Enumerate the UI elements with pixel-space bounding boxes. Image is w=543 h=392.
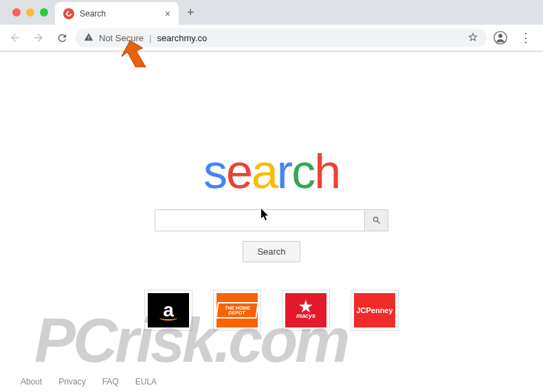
url-field[interactable]: Not Secure | searchmy.co <box>76 28 487 47</box>
tab-close-icon[interactable]: × <box>165 8 170 19</box>
nav-reload-button[interactable] <box>52 28 71 47</box>
footer-privacy[interactable]: Privacy <box>58 377 85 387</box>
url-separator: | <box>149 33 151 43</box>
profile-button[interactable] <box>491 28 510 47</box>
new-tab-button[interactable]: + <box>179 5 203 20</box>
jcpenney-logo: JCPenney <box>354 293 395 327</box>
search-icon-button[interactable] <box>364 210 388 231</box>
svg-point-1 <box>498 34 502 38</box>
tab-favicon-icon <box>63 8 74 19</box>
arrow-left-icon <box>9 32 21 44</box>
logo-letter: c <box>291 145 314 198</box>
url-text: searchmy.co <box>157 33 207 43</box>
search-button[interactable]: Search <box>243 241 300 262</box>
search-row <box>155 209 388 231</box>
footer-eula[interactable]: EULA <box>135 377 157 387</box>
bookmark-star-icon[interactable] <box>467 32 478 45</box>
search-input[interactable] <box>155 210 364 231</box>
tile-macys[interactable]: ★ macys <box>282 290 330 331</box>
tab-title: Search <box>80 9 106 19</box>
footer-about[interactable]: About <box>21 377 42 387</box>
user-icon <box>493 30 508 45</box>
security-warning-icon <box>84 32 93 44</box>
search-logo: search <box>203 148 340 196</box>
logo-letter: s <box>203 145 226 198</box>
browser-menu-button[interactable]: ⋮ <box>514 30 538 45</box>
page-content: search Search a THE HOME DEPOT ★ macys <box>0 51 543 331</box>
browser-chrome: Search × + Not Secure | searchmy.co <box>0 0 543 51</box>
nav-forward-button[interactable] <box>29 28 48 47</box>
address-bar: Not Secure | searchmy.co ⋮ <box>0 25 543 51</box>
tile-amazon[interactable]: a <box>144 290 192 331</box>
browser-tab[interactable]: Search × <box>55 2 179 25</box>
reload-icon <box>56 32 68 44</box>
macys-logo: ★ macys <box>285 293 326 327</box>
homedepot-logo: THE HOME DEPOT <box>217 293 258 327</box>
footer-faq[interactable]: FAQ <box>102 377 119 387</box>
logo-letter: r <box>277 145 291 198</box>
amazon-logo: a <box>148 293 189 327</box>
window-minimize[interactable] <box>26 8 34 16</box>
logo-letter: h <box>314 145 340 198</box>
window-maximize[interactable] <box>40 8 48 16</box>
tile-jcpenney[interactable]: JCPenney <box>351 290 399 331</box>
security-label: Not Secure <box>99 33 144 43</box>
logo-letter: e <box>226 145 252 198</box>
tab-bar: Search × + <box>0 0 543 25</box>
tile-homedepot[interactable]: THE HOME DEPOT <box>213 290 261 331</box>
window-close[interactable] <box>12 8 21 16</box>
quick-tiles: a THE HOME DEPOT ★ macys JCPenney <box>144 290 399 331</box>
footer-links: About Privacy FAQ EULA <box>21 377 157 387</box>
window-controls <box>5 8 55 16</box>
logo-letter: a <box>252 145 277 198</box>
nav-back-button[interactable] <box>5 28 25 47</box>
magnifier-icon <box>372 216 381 225</box>
arrow-right-icon <box>32 32 45 44</box>
